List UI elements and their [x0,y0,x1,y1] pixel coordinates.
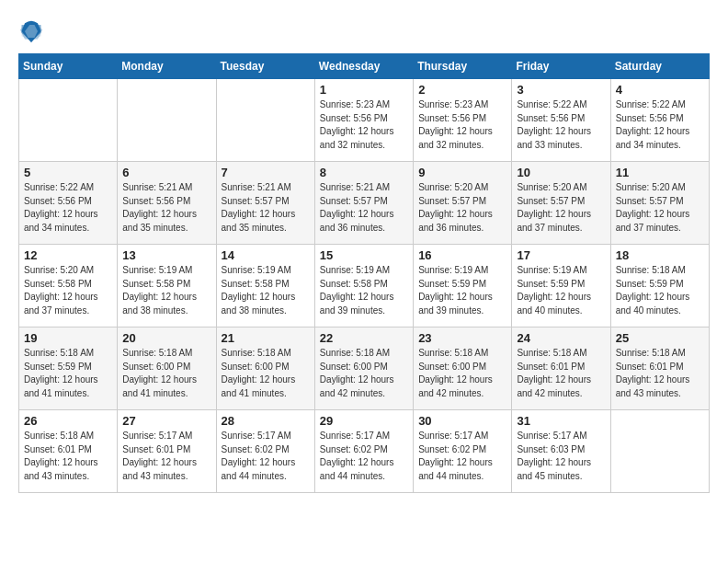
week-row-1: 1Sunrise: 5:23 AMSunset: 5:56 PMDaylight… [19,79,710,162]
day-number: 25 [616,331,704,345]
calendar-cell: 8Sunrise: 5:21 AMSunset: 5:57 PMDaylight… [314,162,413,245]
calendar-cell: 13Sunrise: 5:19 AMSunset: 5:58 PMDayligh… [118,245,216,327]
day-info: Sunrise: 5:20 AMSunset: 5:57 PMDaylight:… [616,181,704,235]
day-number: 31 [517,414,605,428]
calendar-cell: 16Sunrise: 5:19 AMSunset: 5:59 PMDayligh… [414,245,512,327]
day-info: Sunrise: 5:19 AMSunset: 5:59 PMDaylight:… [517,264,605,317]
header-day-monday: Monday [118,54,216,79]
day-info: Sunrise: 5:21 AMSunset: 5:57 PMDaylight:… [320,181,408,235]
day-info: Sunrise: 5:18 AMSunset: 6:00 PMDaylight:… [222,347,310,400]
calendar-body: 1Sunrise: 5:23 AMSunset: 5:56 PMDaylight… [19,79,710,493]
day-info: Sunrise: 5:18 AMSunset: 6:01 PMDaylight:… [616,347,704,400]
day-info: Sunrise: 5:19 AMSunset: 5:58 PMDaylight:… [222,264,310,317]
day-number: 23 [418,331,506,345]
day-number: 20 [122,331,210,345]
day-info: Sunrise: 5:21 AMSunset: 5:56 PMDaylight:… [122,181,210,235]
day-info: Sunrise: 5:19 AMSunset: 5:58 PMDaylight:… [122,264,210,317]
day-number: 19 [24,331,112,345]
day-info: Sunrise: 5:17 AMSunset: 6:02 PMDaylight:… [418,430,506,483]
day-info: Sunrise: 5:20 AMSunset: 5:58 PMDaylight:… [24,264,112,317]
calendar-cell: 10Sunrise: 5:20 AMSunset: 5:57 PMDayligh… [512,162,610,245]
day-info: Sunrise: 5:18 AMSunset: 5:59 PMDaylight:… [24,347,112,400]
calendar-cell: 27Sunrise: 5:17 AMSunset: 6:01 PMDayligh… [118,410,216,493]
calendar-cell: 31Sunrise: 5:17 AMSunset: 6:03 PMDayligh… [512,410,610,493]
calendar-cell: 12Sunrise: 5:20 AMSunset: 5:58 PMDayligh… [19,245,118,327]
header-day-thursday: Thursday [414,54,512,79]
calendar-cell [610,410,709,493]
header-day-tuesday: Tuesday [216,54,314,79]
calendar-cell: 25Sunrise: 5:18 AMSunset: 6:01 PMDayligh… [610,327,709,410]
header-day-sunday: Sunday [19,54,118,79]
day-number: 13 [122,248,210,262]
day-info: Sunrise: 5:17 AMSunset: 6:02 PMDaylight:… [320,430,408,483]
week-row-5: 26Sunrise: 5:18 AMSunset: 6:01 PMDayligh… [19,410,710,493]
calendar-cell: 4Sunrise: 5:22 AMSunset: 5:56 PMDaylight… [610,79,709,162]
week-row-2: 5Sunrise: 5:22 AMSunset: 5:56 PMDaylight… [19,162,710,245]
header-day-wednesday: Wednesday [314,54,413,79]
calendar-cell: 1Sunrise: 5:23 AMSunset: 5:56 PMDaylight… [314,79,413,162]
day-info: Sunrise: 5:19 AMSunset: 5:58 PMDaylight:… [320,264,408,317]
day-number: 8 [320,166,408,179]
calendar-cell: 30Sunrise: 5:17 AMSunset: 6:02 PMDayligh… [414,410,512,493]
calendar-cell: 6Sunrise: 5:21 AMSunset: 5:56 PMDaylight… [118,162,216,245]
day-info: Sunrise: 5:23 AMSunset: 5:56 PMDaylight:… [418,98,506,152]
day-number: 27 [122,414,210,428]
header-day-saturday: Saturday [610,54,709,79]
day-number: 6 [122,166,210,179]
calendar-cell: 5Sunrise: 5:22 AMSunset: 5:56 PMDaylight… [19,162,118,245]
calendar-cell: 18Sunrise: 5:18 AMSunset: 5:59 PMDayligh… [610,245,709,327]
calendar-cell: 24Sunrise: 5:18 AMSunset: 6:01 PMDayligh… [512,327,610,410]
day-info: Sunrise: 5:22 AMSunset: 5:56 PMDaylight:… [24,181,112,235]
calendar-cell [118,79,216,162]
calendar-cell: 9Sunrise: 5:20 AMSunset: 5:57 PMDaylight… [414,162,512,245]
day-info: Sunrise: 5:17 AMSunset: 6:02 PMDaylight:… [222,430,310,483]
calendar-cell: 21Sunrise: 5:18 AMSunset: 6:00 PMDayligh… [216,327,314,410]
day-info: Sunrise: 5:20 AMSunset: 5:57 PMDaylight:… [517,181,605,235]
day-number: 28 [222,414,310,428]
day-info: Sunrise: 5:18 AMSunset: 6:01 PMDaylight:… [24,430,112,483]
logo [18,18,48,44]
day-number: 17 [517,248,605,262]
calendar-cell: 14Sunrise: 5:19 AMSunset: 5:58 PMDayligh… [216,245,314,327]
calendar-cell [216,79,314,162]
day-number: 21 [222,331,310,345]
day-info: Sunrise: 5:18 AMSunset: 6:00 PMDaylight:… [418,347,506,400]
day-number: 1 [320,83,408,97]
day-number: 5 [24,166,112,179]
calendar-cell: 28Sunrise: 5:17 AMSunset: 6:02 PMDayligh… [216,410,314,493]
day-number: 10 [517,166,605,179]
calendar-cell [19,79,118,162]
day-info: Sunrise: 5:18 AMSunset: 6:00 PMDaylight:… [320,347,408,400]
day-info: Sunrise: 5:18 AMSunset: 6:00 PMDaylight:… [122,347,210,400]
day-info: Sunrise: 5:17 AMSunset: 6:03 PMDaylight:… [517,430,605,483]
calendar-cell: 19Sunrise: 5:18 AMSunset: 5:59 PMDayligh… [19,327,118,410]
calendar-cell: 29Sunrise: 5:17 AMSunset: 6:02 PMDayligh… [314,410,413,493]
day-info: Sunrise: 5:20 AMSunset: 5:57 PMDaylight:… [418,181,506,235]
day-number: 2 [418,83,506,97]
calendar-header: SundayMondayTuesdayWednesdayThursdayFrid… [19,54,710,79]
calendar-cell: 20Sunrise: 5:18 AMSunset: 6:00 PMDayligh… [118,327,216,410]
day-number: 30 [418,414,506,428]
calendar-cell: 23Sunrise: 5:18 AMSunset: 6:00 PMDayligh… [414,327,512,410]
day-number: 12 [24,248,112,262]
day-info: Sunrise: 5:23 AMSunset: 5:56 PMDaylight:… [320,98,408,152]
day-info: Sunrise: 5:17 AMSunset: 6:01 PMDaylight:… [122,430,210,483]
week-row-3: 12Sunrise: 5:20 AMSunset: 5:58 PMDayligh… [19,245,710,327]
day-number: 14 [222,248,310,262]
header-row: SundayMondayTuesdayWednesdayThursdayFrid… [19,54,710,79]
calendar-cell: 3Sunrise: 5:22 AMSunset: 5:56 PMDaylight… [512,79,610,162]
calendar-cell: 26Sunrise: 5:18 AMSunset: 6:01 PMDayligh… [19,410,118,493]
logo-icon [18,18,44,44]
day-info: Sunrise: 5:18 AMSunset: 6:01 PMDaylight:… [517,347,605,400]
day-info: Sunrise: 5:22 AMSunset: 5:56 PMDaylight:… [616,98,704,152]
calendar-cell: 7Sunrise: 5:21 AMSunset: 5:57 PMDaylight… [216,162,314,245]
day-info: Sunrise: 5:22 AMSunset: 5:56 PMDaylight:… [517,98,605,152]
calendar-cell: 15Sunrise: 5:19 AMSunset: 5:58 PMDayligh… [314,245,413,327]
day-number: 7 [222,166,310,179]
header-day-friday: Friday [512,54,610,79]
day-number: 29 [320,414,408,428]
day-info: Sunrise: 5:18 AMSunset: 5:59 PMDaylight:… [616,264,704,317]
calendar-cell: 22Sunrise: 5:18 AMSunset: 6:00 PMDayligh… [314,327,413,410]
calendar-cell: 17Sunrise: 5:19 AMSunset: 5:59 PMDayligh… [512,245,610,327]
day-number: 11 [616,166,704,179]
